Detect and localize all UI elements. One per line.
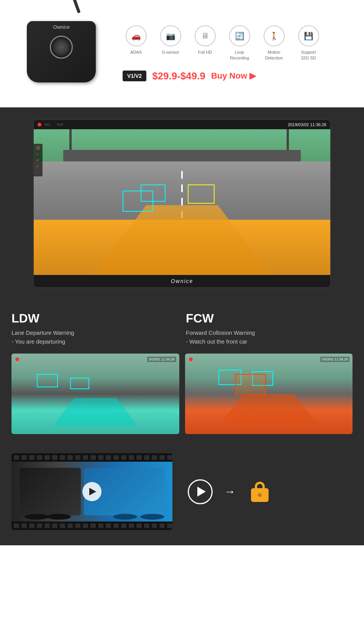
road-scene: ⏻ ⌂ ↩ + - <box>34 129 330 275</box>
lock-body-icon <box>251 488 269 502</box>
wheel-icon-1 <box>25 514 49 520</box>
perf <box>167 455 172 460</box>
video-section: → <box>0 446 364 545</box>
perf <box>29 523 34 528</box>
back-icon: ↩ <box>36 158 40 163</box>
perf <box>90 455 96 460</box>
perf <box>136 523 142 528</box>
overpass-pillar-right <box>287 129 289 150</box>
perf <box>75 523 80 528</box>
feature-gsensor: 📷 G-sensor <box>157 25 184 61</box>
feature-adas: 🚗 ADAS <box>123 25 149 61</box>
filmstrip-perfs-top <box>11 453 172 462</box>
fcw-lane-overlay <box>218 394 319 426</box>
vol-up-icon: + <box>36 164 40 169</box>
perf <box>167 523 172 528</box>
dashcam-cable-icon <box>72 0 80 13</box>
demo-section: MIC RST 2019/03/02 11:36:26 <box>0 107 364 300</box>
loop-recording-label: LoopRecording <box>230 49 249 61</box>
ldw-demo-image: 3/03/02 11:36:26 <box>11 354 179 434</box>
perf <box>44 455 50 460</box>
perf <box>144 455 149 460</box>
filmstrip-background <box>11 453 172 530</box>
perf <box>67 523 73 528</box>
perf <box>21 455 27 460</box>
perf <box>83 455 88 460</box>
perf <box>83 523 88 528</box>
demo-images-row: 3/03/02 11:36:26 5/03/02 11:36:26 <box>0 350 364 446</box>
ldw-feature-block: LDW Lane Departure Warning- You are depa… <box>11 311 178 346</box>
perf <box>113 455 119 460</box>
dashcam-brand-label: Ownice <box>27 21 96 30</box>
motion-detection-icon: 🚶 <box>264 25 285 46</box>
loop-recording-icon: 🔄 <box>229 25 250 46</box>
gsensor-icon: 📷 <box>160 25 181 46</box>
detection-box-car3-yellow <box>188 184 215 204</box>
lock-shape <box>251 482 269 502</box>
fcw-title: FCW <box>186 311 353 326</box>
fcw-detection-car-main <box>235 374 266 395</box>
version-badge: V1/V2 <box>123 71 146 81</box>
ldw-timestamp: 3/03/02 11:36:26 <box>147 357 176 362</box>
rst-label: RST <box>57 123 64 127</box>
ldw-lane-overlay <box>53 398 137 426</box>
feature-sd-support: 💾 Support32G SD <box>295 25 322 61</box>
screen-top-bar: MIC RST 2019/03/02 11:36:26 <box>34 120 330 129</box>
buy-now-button[interactable]: Buy Now ▶ <box>211 71 256 81</box>
motion-detection-label: MotionDetection <box>265 49 283 61</box>
perf <box>159 455 165 460</box>
perf <box>113 523 119 528</box>
perf <box>144 523 149 528</box>
sky-band <box>34 129 330 161</box>
price-text: $29.9-$49.9 <box>152 70 205 82</box>
screen-mockup: MIC RST 2019/03/02 11:36:26 <box>33 119 331 288</box>
adas-icon: 🚗 <box>126 25 147 46</box>
wheel-icon-3 <box>140 514 164 520</box>
product-image: Ownice <box>19 12 103 96</box>
perf <box>29 455 34 460</box>
fullhd-label: Full HD <box>198 49 212 55</box>
wheel-icon-2 <box>47 514 71 520</box>
filmstrip <box>11 453 172 530</box>
fcw-demo-image: 5/03/02 11:36:26 <box>185 354 353 434</box>
perf <box>14 523 19 528</box>
screen-brand-label: Ownice <box>34 275 330 287</box>
perf <box>152 455 157 460</box>
perf <box>136 455 142 460</box>
perf <box>98 523 103 528</box>
sd-support-label: Support32G SD <box>301 49 316 61</box>
play-triangle-lg-icon <box>197 487 206 497</box>
recording-dot-icon <box>38 123 41 127</box>
overpass-icon <box>63 150 300 161</box>
perf <box>52 455 57 460</box>
perf <box>121 523 126 528</box>
price-row: V1/V2 $29.9-$49.9 Buy Now ▶ <box>123 70 353 82</box>
product-image-area: Ownice <box>11 12 111 96</box>
play-button[interactable] <box>188 479 213 504</box>
filmstrip-perfs-bottom <box>11 522 172 530</box>
screen-timestamp: 2019/03/02 11:36:26 <box>288 122 326 127</box>
filmstrip-play-button[interactable] <box>82 482 102 501</box>
power-icon: ⏻ <box>36 145 40 150</box>
lock-icon <box>247 479 272 504</box>
wheel-icon-4 <box>113 514 137 520</box>
perf <box>90 523 96 528</box>
perf <box>106 455 111 460</box>
feature-loop-recording: 🔄 LoopRecording <box>226 25 253 61</box>
perf <box>52 523 57 528</box>
play-triangle-icon <box>89 488 96 495</box>
ldw-detection-car1 <box>37 374 58 387</box>
overpass-pillar-left <box>69 129 72 150</box>
ldw-detection-car2 <box>70 378 89 389</box>
features-grid: LDW Lane Departure Warning- You are depa… <box>0 300 364 350</box>
fcw-timestamp: 5/03/02 11:36:26 <box>320 357 349 362</box>
product-info: 🚗 ADAS 📷 G-sensor 🖥 Full HD 🔄 LoopRecord… <box>111 25 353 82</box>
perf <box>44 523 50 528</box>
perf <box>129 455 134 460</box>
perf <box>98 455 103 460</box>
ldw-title: LDW <box>11 311 178 326</box>
feature-motion-detection: 🚶 MotionDetection <box>261 25 287 61</box>
perf <box>37 455 42 460</box>
perf <box>60 455 65 460</box>
dashcam-lens-icon <box>50 36 73 59</box>
